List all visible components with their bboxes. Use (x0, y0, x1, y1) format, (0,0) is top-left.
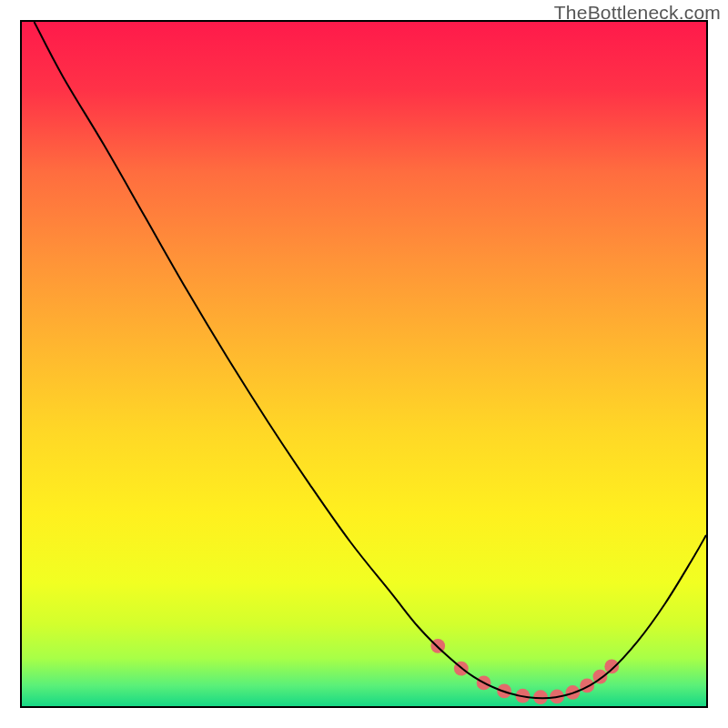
plot-svg (22, 22, 706, 706)
highlight-dot (604, 659, 619, 673)
chart-container: TheBottleneck.com (0, 0, 728, 728)
highlight-dots (430, 639, 619, 704)
plot-area (20, 20, 708, 708)
curve-line (35, 22, 706, 698)
highlight-dot (580, 679, 594, 693)
watermark-text: TheBottleneck.com (554, 2, 721, 24)
